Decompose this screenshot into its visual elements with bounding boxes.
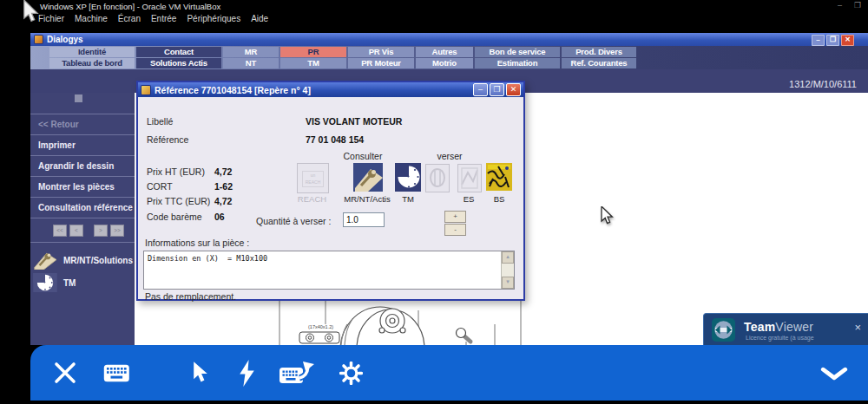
quantity-decrement-button[interactable]: - [444,224,466,236]
quantity-increment-button[interactable]: + [444,211,466,223]
sidebar-shortcut-mrnt-solutions[interactable]: MR/NT/Solutions ... [33,249,142,271]
settings-gear-icon[interactable] [339,362,363,388]
reference-dialog-titlebar[interactable]: Référence 7701048154 [Repère n° 4] – ❐ ✕ [138,82,523,97]
tab-tableau-de-bord[interactable]: Tableau de bord [49,58,135,68]
tab-identite[interactable]: Identité [49,47,135,57]
libelle-label: Libellé [147,116,173,127]
bs-icon-label: BS [489,194,510,204]
bs-button[interactable] [486,163,512,191]
menu-ecran[interactable]: Écran [118,14,141,23]
app-minimize-button[interactable]: – [812,35,825,46]
tab-ref-courantes[interactable]: Ref. Courantes [562,58,636,68]
tab-mr[interactable]: MR [223,47,279,57]
sidebar-item-retour[interactable]: << Retour [30,114,135,135]
prix-ttc-label: Prix TTC (EUR) [147,196,210,206]
scroll-up-icon[interactable]: ▴ [502,251,514,264]
tab-tm[interactable]: TM [280,58,346,68]
tm-button[interactable] [395,163,421,192]
sidebar-item-imprimer[interactable]: Imprimer [30,135,135,156]
tab-motrio[interactable]: Motrio [416,58,473,68]
part-info-scrollbar[interactable]: ▴ ▾ [501,251,514,289]
vbox-minimize-icon[interactable]: – [838,1,842,10]
teamviewer-license-text: Licence gratuite (à usage [746,335,814,341]
cort-value: 1-62 [214,181,233,192]
tab-pr-moteur[interactable]: PR Moteur [348,58,414,68]
page-navigation: << < > >> [30,218,135,243]
menu-fichier[interactable]: Fichier [38,14,64,23]
sidebar-item-montrer-les-pieces[interactable]: Montrer les pièces [30,177,135,198]
code-bareme-label: Code barème [147,212,202,222]
gauge-icon [33,273,57,292]
tab-autres[interactable]: Autres [416,47,473,57]
collapse-toolbar-chevron-icon[interactable] [820,367,848,385]
mrnt-actis-button[interactable] [353,163,383,192]
vbox-restore-icon[interactable]: ❐ [854,1,861,10]
es-icon-label: ES [458,194,479,204]
actions-lightning-icon[interactable] [238,360,256,390]
reference-value: 77 01 048 154 [306,134,364,145]
quantity-label: Quantité à verser : [256,216,331,226]
tab-estimation[interactable]: Estimation [475,58,560,68]
send-keys-icon[interactable] [279,361,315,388]
tab-pr-vis[interactable]: PR Vis [348,47,414,57]
libelle-value: VIS VOLANT MOTEUR [306,116,402,127]
cort-label: CORT [147,181,173,192]
tab-prod-divers[interactable]: Prod. Divers [562,47,636,57]
vbox-menubar: Fichier Machine Écran Entrée Périphériqu… [38,14,268,23]
menu-aide[interactable]: Aide [251,14,268,23]
sidebar: << Retour Imprimer Agrandir le dessin Mo… [30,93,135,345]
tab-solutions-actis[interactable]: Solutions Actis [136,58,221,68]
tab-contact[interactable]: Contact [136,47,221,57]
quantity-input[interactable] [343,212,385,227]
sidebar-item-consultation-reference[interactable]: Consultation référence [30,198,135,218]
reference-dialog: Référence 7701048154 [Repère n° 4] – ❐ ✕… [136,81,525,301]
dialog-close-button[interactable]: ✕ [506,83,521,96]
verser-disabled-icon-button[interactable] [425,164,450,192]
part-info-box: Dimension en (X) = M10x100 ▴ ▾ [143,251,515,290]
tab-pr-selected[interactable]: PR [280,47,346,57]
menu-machine[interactable]: Machine [75,14,108,23]
dialogys-titlebar[interactable]: Dialogys – ❐ ✕ [30,33,868,46]
es-button-disabled[interactable] [457,164,482,192]
tab-nt[interactable]: NT [223,58,279,68]
wrench-document-icon [33,251,57,270]
reach-button-disabled[interactable]: unREACH [297,163,329,193]
menu-peripheriques[interactable]: Périphériques [187,14,240,23]
pager-first-button[interactable]: << [53,225,67,237]
verser-label: verser [428,151,471,161]
shortcut-label: MR/NT/Solutions ... [63,256,142,265]
tab-strip: Identité Contact MR PR PR Vis Autres Bon… [30,46,868,70]
code-bareme-value: 06 [214,212,225,222]
sidebar-item-agrandir-le-dessin[interactable]: Agrandir le dessin [30,156,135,177]
teamviewer-close-icon[interactable]: × [854,322,861,333]
prix-ht-label: Prix HT (EUR) [147,166,205,177]
menu-entree[interactable]: Entrée [151,14,176,23]
part-info-textarea[interactable]: Dimension en (X) = M10x100 [145,252,502,288]
document-code: 1312/M/10/6111 [789,79,857,89]
app-restore-button[interactable]: ❐ [826,35,839,46]
teamviewer-brand: TeamViewer [744,320,813,334]
scroll-down-icon[interactable]: ▾ [502,277,514,289]
dialog-minimize-button[interactable]: – [473,83,488,96]
close-session-icon[interactable] [54,362,76,388]
dialogys-title: Dialogys [47,35,83,44]
pager-next-button[interactable]: > [94,225,108,237]
dimension-label: (17x40x1.2) [308,324,333,329]
keyboard-icon[interactable] [103,364,130,386]
pager-prev-button[interactable]: < [69,225,83,237]
host-mouse-cursor [23,0,41,29]
vbox-window-controls: – ❐ [838,1,861,10]
pager-last-button[interactable]: >> [110,225,124,237]
teamviewer-logo-icon [712,318,735,342]
no-replacement-text: Pas de remplacement. [145,291,236,302]
reference-label: Référence [147,134,188,145]
sidebar-shortcut-tm[interactable]: TM [33,271,142,294]
part-info-label: Informations sur la pièce : [145,238,249,248]
tm-icon-label: TM [392,194,424,204]
dialog-restore-button[interactable]: ❐ [490,83,504,96]
app-close-button[interactable]: ✕ [841,35,854,46]
dialogys-app-icon [35,36,43,43]
mouse-pointer-icon[interactable] [192,362,209,388]
tab-bon-de-service[interactable]: Bon de service [475,47,560,57]
dialog-icon [141,86,150,94]
